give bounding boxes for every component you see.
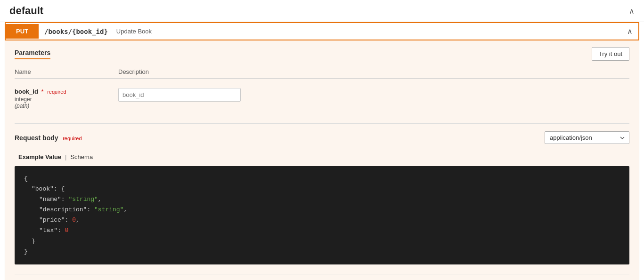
param-name-cell: book_id * required integer (path) (15, 88, 118, 109)
try-it-out-button[interactable]: Try it out (592, 47, 629, 61)
params-table: Name Description book_id * required inte… (15, 68, 629, 114)
col-name-header: Name (15, 68, 118, 75)
page-header: default ∧ (0, 0, 644, 22)
responses-section: Responses (15, 274, 629, 280)
request-body-label-group: Request body required (15, 134, 82, 142)
content-type-select[interactable]: application/json (545, 131, 629, 144)
page-wrapper: default ∧ PUT /books/{book_id} Update Bo… (0, 0, 644, 280)
param-row-book-id: book_id * required integer (path) (15, 83, 629, 114)
code-line-1: { (24, 174, 620, 184)
code-line-8: } (24, 247, 620, 257)
request-body-required-badge: required (63, 136, 82, 141)
method-badge: PUT (6, 24, 39, 39)
code-line-4: "description": "string", (39, 205, 620, 215)
param-location: (path) (15, 103, 118, 109)
parameters-title: Parameters (15, 49, 50, 59)
example-tabs: Example Value | Schema (15, 152, 629, 162)
code-block: { "book": { "name": "string", "descripti… (15, 166, 629, 264)
endpoint-description: Update Book (114, 24, 155, 39)
endpoint-path: /books/{book_id} (39, 24, 114, 39)
param-name: book_id (15, 88, 38, 95)
code-line-7: } (32, 236, 620, 247)
request-body-title: Request body (15, 134, 58, 142)
code-line-5: "price": 0, (39, 215, 620, 225)
code-line-3: "name": "string", (39, 194, 620, 205)
col-desc-header: Description (118, 68, 629, 75)
tab-schema[interactable]: Schema (66, 152, 97, 162)
parameters-section-header: Parameters Try it out (15, 40, 629, 61)
param-required-star: * (41, 88, 43, 95)
code-line-2: "book": { (32, 184, 620, 194)
code-line-6: "tax": 0 (39, 225, 620, 236)
params-table-header: Name Description (15, 68, 629, 79)
param-type: integer (15, 96, 118, 103)
request-body-row: Request body required application/json (15, 123, 629, 144)
endpoint-row: PUT /books/{book_id} Update Book ∧ (5, 22, 639, 40)
param-desc-cell (118, 88, 629, 102)
page-title: default (9, 5, 43, 17)
endpoint-chevron-icon[interactable]: ∧ (621, 23, 638, 40)
tab-example-value[interactable]: Example Value (15, 152, 65, 162)
collapse-icon[interactable]: ∧ (629, 7, 635, 16)
main-content: Parameters Try it out Name Description b… (5, 40, 639, 280)
param-required-label: required (47, 89, 66, 95)
book-id-input[interactable] (118, 88, 241, 102)
